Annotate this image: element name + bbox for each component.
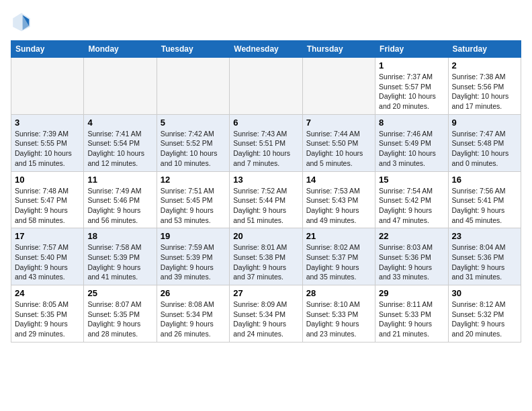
calendar-cell: 16Sunrise: 7:56 AMSunset: 5:41 PMDayligh… [448, 171, 521, 228]
calendar-cell: 19Sunrise: 7:59 AMSunset: 5:39 PMDayligh… [157, 228, 229, 285]
calendar-cell [84, 58, 157, 115]
day-number: 19 [161, 231, 226, 241]
day-number: 23 [452, 231, 517, 241]
day-number: 11 [87, 175, 152, 185]
day-info: Sunrise: 7:59 AMSunset: 5:39 PMDaylight:… [161, 242, 226, 282]
day-number: 4 [87, 118, 152, 128]
calendar-cell: 23Sunrise: 8:04 AMSunset: 5:36 PMDayligh… [448, 228, 521, 285]
calendar-cell [11, 58, 84, 115]
day-number: 15 [379, 175, 444, 185]
calendar-cell [157, 58, 229, 115]
day-number: 16 [452, 175, 517, 185]
calendar-cell: 30Sunrise: 8:12 AMSunset: 5:32 PMDayligh… [448, 285, 521, 342]
weekday-header-wednesday: Wednesday [230, 41, 302, 58]
day-info: Sunrise: 7:54 AMSunset: 5:42 PMDaylight:… [379, 186, 444, 226]
calendar-cell: 4Sunrise: 7:41 AMSunset: 5:54 PMDaylight… [84, 114, 157, 171]
calendar-cell: 8Sunrise: 7:46 AMSunset: 5:49 PMDaylight… [375, 114, 448, 171]
day-info: Sunrise: 7:38 AMSunset: 5:56 PMDaylight:… [452, 72, 517, 111]
calendar-cell: 26Sunrise: 8:08 AMSunset: 5:34 PMDayligh… [157, 285, 229, 342]
day-number: 10 [15, 175, 80, 185]
day-number: 27 [233, 288, 298, 298]
day-number: 1 [379, 60, 444, 71]
day-info: Sunrise: 7:48 AMSunset: 5:47 PMDaylight:… [15, 186, 80, 226]
calendar-cell: 24Sunrise: 8:05 AMSunset: 5:35 PMDayligh… [11, 285, 84, 342]
day-number: 7 [306, 118, 371, 128]
day-number: 24 [15, 288, 80, 298]
day-info: Sunrise: 7:37 AMSunset: 5:57 PMDaylight:… [379, 72, 444, 111]
day-info: Sunrise: 7:56 AMSunset: 5:41 PMDaylight:… [452, 186, 517, 226]
calendar-cell: 3Sunrise: 7:39 AMSunset: 5:55 PMDaylight… [11, 114, 84, 171]
weekday-header-sunday: Sunday [11, 41, 84, 58]
day-number: 6 [233, 118, 298, 128]
day-info: Sunrise: 8:12 AMSunset: 5:32 PMDaylight:… [452, 300, 517, 339]
day-info: Sunrise: 7:44 AMSunset: 5:50 PMDaylight:… [306, 129, 371, 169]
calendar-cell: 7Sunrise: 7:44 AMSunset: 5:50 PMDaylight… [302, 114, 375, 171]
day-info: Sunrise: 8:04 AMSunset: 5:36 PMDaylight:… [452, 242, 517, 282]
day-info: Sunrise: 7:47 AMSunset: 5:48 PMDaylight:… [452, 129, 517, 169]
day-info: Sunrise: 7:51 AMSunset: 5:45 PMDaylight:… [161, 186, 226, 226]
day-number: 18 [87, 231, 152, 241]
day-info: Sunrise: 7:41 AMSunset: 5:54 PMDaylight:… [87, 129, 152, 169]
day-number: 13 [233, 175, 298, 185]
calendar-table: SundayMondayTuesdayWednesdayThursdayFrid… [11, 40, 521, 342]
logo-icon [11, 11, 32, 32]
day-number: 9 [452, 118, 517, 128]
day-info: Sunrise: 8:03 AMSunset: 5:36 PMDaylight:… [379, 242, 444, 282]
calendar-cell: 20Sunrise: 8:01 AMSunset: 5:38 PMDayligh… [230, 228, 302, 285]
calendar-cell: 25Sunrise: 8:07 AMSunset: 5:35 PMDayligh… [84, 285, 157, 342]
calendar-cell: 14Sunrise: 7:53 AMSunset: 5:43 PMDayligh… [302, 171, 375, 228]
calendar-cell: 9Sunrise: 7:47 AMSunset: 5:48 PMDaylight… [448, 114, 521, 171]
calendar-cell: 27Sunrise: 8:09 AMSunset: 5:34 PMDayligh… [230, 285, 302, 342]
day-number: 12 [161, 175, 226, 185]
day-info: Sunrise: 8:08 AMSunset: 5:34 PMDaylight:… [161, 300, 226, 339]
calendar-cell: 10Sunrise: 7:48 AMSunset: 5:47 PMDayligh… [11, 171, 84, 228]
calendar-cell: 15Sunrise: 7:54 AMSunset: 5:42 PMDayligh… [375, 171, 448, 228]
weekday-header-thursday: Thursday [302, 41, 375, 58]
day-number: 25 [87, 288, 152, 298]
calendar-cell: 22Sunrise: 8:03 AMSunset: 5:36 PMDayligh… [375, 228, 448, 285]
calendar-cell [230, 58, 302, 115]
week-row-4: 17Sunrise: 7:57 AMSunset: 5:40 PMDayligh… [11, 228, 521, 285]
week-row-2: 3Sunrise: 7:39 AMSunset: 5:55 PMDaylight… [11, 114, 521, 171]
week-row-5: 24Sunrise: 8:05 AMSunset: 5:35 PMDayligh… [11, 285, 521, 342]
week-row-1: 1Sunrise: 7:37 AMSunset: 5:57 PMDaylight… [11, 58, 521, 115]
day-number: 2 [452, 60, 517, 71]
day-info: Sunrise: 8:02 AMSunset: 5:37 PMDaylight:… [306, 242, 371, 282]
day-info: Sunrise: 8:09 AMSunset: 5:34 PMDaylight:… [233, 300, 298, 339]
day-info: Sunrise: 7:49 AMSunset: 5:46 PMDaylight:… [87, 186, 152, 226]
day-info: Sunrise: 8:10 AMSunset: 5:33 PMDaylight:… [306, 300, 371, 339]
day-info: Sunrise: 7:43 AMSunset: 5:51 PMDaylight:… [233, 129, 298, 169]
calendar-cell: 28Sunrise: 8:10 AMSunset: 5:33 PMDayligh… [302, 285, 375, 342]
day-info: Sunrise: 7:57 AMSunset: 5:40 PMDaylight:… [15, 242, 80, 282]
calendar-cell: 1Sunrise: 7:37 AMSunset: 5:57 PMDaylight… [375, 58, 448, 115]
calendar-cell: 2Sunrise: 7:38 AMSunset: 5:56 PMDaylight… [448, 58, 521, 115]
day-number: 28 [306, 288, 371, 298]
day-number: 26 [161, 288, 226, 298]
calendar-cell: 13Sunrise: 7:52 AMSunset: 5:44 PMDayligh… [230, 171, 302, 228]
page-header [11, 11, 521, 32]
day-number: 21 [306, 231, 371, 241]
day-info: Sunrise: 7:52 AMSunset: 5:44 PMDaylight:… [233, 186, 298, 226]
day-info: Sunrise: 8:01 AMSunset: 5:38 PMDaylight:… [233, 242, 298, 282]
day-number: 14 [306, 175, 371, 185]
calendar-cell: 18Sunrise: 7:58 AMSunset: 5:39 PMDayligh… [84, 228, 157, 285]
day-info: Sunrise: 7:42 AMSunset: 5:52 PMDaylight:… [161, 129, 226, 169]
day-info: Sunrise: 8:05 AMSunset: 5:35 PMDaylight:… [15, 300, 80, 339]
day-info: Sunrise: 7:53 AMSunset: 5:43 PMDaylight:… [306, 186, 371, 226]
calendar-cell: 17Sunrise: 7:57 AMSunset: 5:40 PMDayligh… [11, 228, 84, 285]
week-row-3: 10Sunrise: 7:48 AMSunset: 5:47 PMDayligh… [11, 171, 521, 228]
weekday-header-monday: Monday [84, 41, 157, 58]
calendar-cell: 12Sunrise: 7:51 AMSunset: 5:45 PMDayligh… [157, 171, 229, 228]
day-number: 8 [379, 118, 444, 128]
day-number: 5 [161, 118, 226, 128]
weekday-header-tuesday: Tuesday [157, 41, 229, 58]
day-info: Sunrise: 7:46 AMSunset: 5:49 PMDaylight:… [379, 129, 444, 169]
day-number: 30 [452, 288, 517, 298]
calendar-cell: 29Sunrise: 8:11 AMSunset: 5:33 PMDayligh… [375, 285, 448, 342]
calendar-cell: 11Sunrise: 7:49 AMSunset: 5:46 PMDayligh… [84, 171, 157, 228]
calendar-cell [302, 58, 375, 115]
calendar-cell: 5Sunrise: 7:42 AMSunset: 5:52 PMDaylight… [157, 114, 229, 171]
calendar-cell: 21Sunrise: 8:02 AMSunset: 5:37 PMDayligh… [302, 228, 375, 285]
weekday-header-friday: Friday [375, 41, 448, 58]
day-number: 22 [379, 231, 444, 241]
